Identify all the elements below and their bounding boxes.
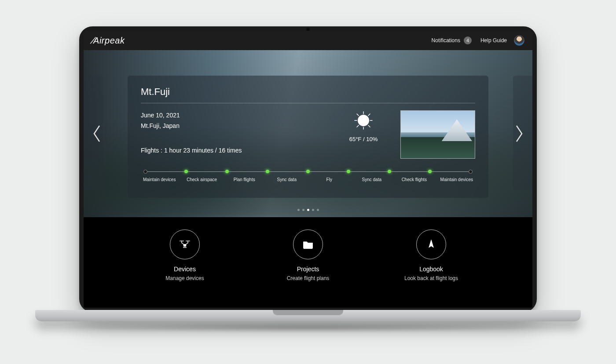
action-title: Devices bbox=[174, 266, 196, 273]
pipeline-step-dot bbox=[306, 170, 310, 173]
pipeline-step-label: Fly bbox=[311, 177, 348, 182]
action-subtitle: Create flight plans bbox=[287, 275, 330, 281]
action-title: Projects bbox=[297, 266, 319, 273]
notifications-label: Notifications bbox=[432, 37, 460, 44]
action-logbook[interactable]: LogbookLook back at flight logs bbox=[389, 229, 473, 281]
pipeline-step-dot bbox=[184, 170, 188, 173]
flight-card: Mt.Fuji June 10, 2021 Mt.Fuji, Japan Fli… bbox=[128, 76, 488, 198]
pipeline-endpoint bbox=[469, 170, 473, 174]
chevron-right-icon bbox=[514, 124, 524, 143]
notifications-link[interactable]: Notifications 4 bbox=[432, 36, 472, 44]
action-title: Logbook bbox=[419, 266, 443, 273]
card-thumbnail[interactable] bbox=[400, 110, 475, 159]
chevron-left-icon bbox=[92, 124, 102, 143]
laptop-shadow bbox=[57, 323, 559, 332]
folder-icon bbox=[293, 229, 323, 259]
svg-line-4 bbox=[357, 114, 359, 116]
divider bbox=[141, 103, 475, 103]
action-devices[interactable]: DevicesManage devices bbox=[143, 229, 227, 281]
sun-icon bbox=[354, 111, 373, 130]
card-weather: 65°F / 10% bbox=[337, 111, 390, 142]
laptop-base bbox=[35, 310, 581, 321]
app-screen: /Airpeak Notifications 4 Help Guide bbox=[84, 31, 532, 308]
laptop-frame: /Airpeak Notifications 4 Help Guide bbox=[79, 26, 537, 312]
avatar[interactable] bbox=[514, 35, 524, 46]
hero-carousel: Mt.Fuji June 10, 2021 Mt.Fuji, Japan Fli… bbox=[84, 50, 532, 217]
svg-rect-12 bbox=[183, 244, 186, 246]
pipeline-step-label: Check flights bbox=[396, 177, 433, 182]
card-location: Mt.Fuji, Japan bbox=[141, 121, 326, 131]
bottom-actions: DevicesManage devicesProjectsCreate flig… bbox=[84, 217, 532, 281]
svg-line-5 bbox=[368, 125, 370, 127]
compass-icon bbox=[416, 229, 446, 259]
pager-dot[interactable] bbox=[307, 209, 309, 211]
card-info: June 10, 2021 Mt.Fuji, Japan Flights : 1… bbox=[141, 110, 326, 156]
svg-line-7 bbox=[357, 125, 359, 127]
pipeline-step-dot bbox=[388, 170, 391, 173]
pipeline-step-dot bbox=[225, 170, 229, 173]
workflow-pipeline: Maintain devicesCheck airspacePlan fligh… bbox=[141, 169, 475, 182]
card-weather-value: 65°F / 10% bbox=[349, 136, 378, 142]
pipeline-step-label: Plan flights bbox=[226, 177, 263, 182]
pipeline-step-label: Maintain devices bbox=[141, 177, 178, 182]
pager-dot[interactable] bbox=[302, 209, 304, 211]
pager-dot[interactable] bbox=[312, 209, 314, 211]
help-label: Help Guide bbox=[480, 37, 507, 44]
carousel-pager[interactable] bbox=[84, 209, 532, 211]
pipeline-step-label: Sync data bbox=[268, 177, 305, 182]
pipeline-step-dot bbox=[266, 170, 269, 173]
card-title: Mt.Fuji bbox=[141, 86, 475, 98]
action-subtitle: Manage devices bbox=[165, 275, 204, 281]
pipeline-step-label: Sync data bbox=[353, 177, 390, 182]
card-date: June 10, 2021 bbox=[141, 110, 326, 121]
carousel-next[interactable] bbox=[514, 124, 524, 143]
action-subtitle: Look back at flight logs bbox=[404, 275, 458, 281]
pipeline-step-label: Maintain devices bbox=[438, 177, 475, 182]
pipeline-endpoint bbox=[143, 170, 147, 174]
svg-line-6 bbox=[368, 114, 370, 116]
notifications-badge: 4 bbox=[464, 36, 472, 44]
drone-icon bbox=[170, 229, 200, 259]
action-projects[interactable]: ProjectsCreate flight plans bbox=[266, 229, 350, 281]
help-link[interactable]: Help Guide bbox=[480, 37, 507, 44]
brand-logo[interactable]: /Airpeak bbox=[92, 36, 125, 46]
pipeline-step-label: Check airspace bbox=[183, 177, 220, 182]
pager-dot[interactable] bbox=[297, 209, 300, 211]
card-flights: Flights : 1 hour 23 minutes / 16 times bbox=[141, 146, 326, 156]
pipeline-step-dot bbox=[347, 170, 350, 173]
laptop-lid: /Airpeak Notifications 4 Help Guide bbox=[79, 26, 537, 312]
pipeline-step-dot bbox=[428, 170, 432, 173]
pager-dot[interactable] bbox=[317, 209, 319, 211]
carousel-prev[interactable] bbox=[92, 124, 102, 143]
topbar: /Airpeak Notifications 4 Help Guide bbox=[84, 31, 532, 50]
